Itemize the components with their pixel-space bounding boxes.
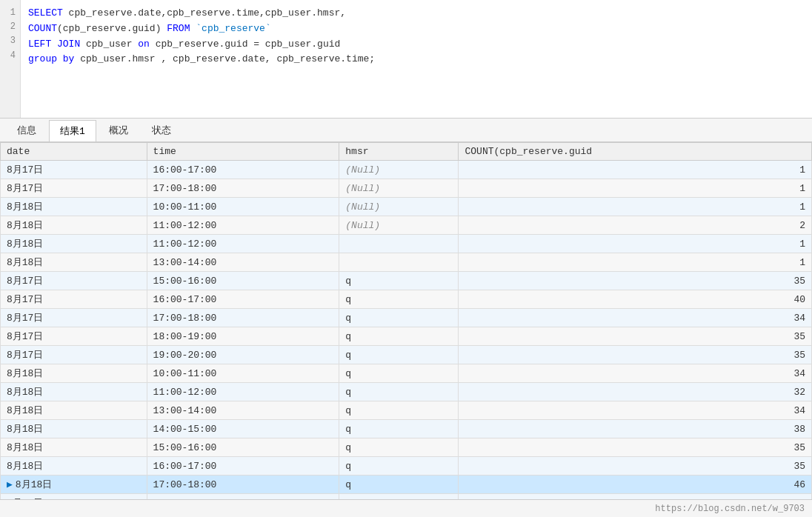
sql-code-area[interactable]: SELECT cpb_reserve.date,cpb_reserve.time… (21, 0, 812, 118)
cell-time: 13:00-14:00 (147, 401, 339, 420)
table-row[interactable]: 8月17日19:00-20:00q35 (1, 346, 812, 364)
cell-date: 8月18日 (1, 494, 147, 500)
cell-date: 8月17日 (1, 161, 147, 179)
cell-time: 13:00-14:00 (147, 253, 339, 272)
cell-count: 35 (459, 272, 812, 290)
cell-date: 8月17日 (1, 346, 147, 364)
tabs-bar: 信息 结果1 概况 状态 (0, 119, 812, 142)
statusbar: https://blog.csdn.net/w_9703 (0, 499, 812, 517)
table-row[interactable]: 8月18日17:00-18:00q46 (1, 476, 812, 494)
cell-count: 34 (459, 309, 812, 327)
cell-count: 32 (459, 383, 812, 401)
cell-date: 8月17日 (1, 290, 147, 309)
cell-count: 34 (459, 364, 812, 383)
cell-date: 8月17日 (1, 179, 147, 198)
table-row[interactable]: 8月17日16:00-17:00q40 (1, 290, 812, 309)
cell-date: 8月17日 (1, 327, 147, 346)
cell-hmsr: q (339, 401, 459, 420)
cell-hmsr: q (339, 309, 459, 327)
cell-count: 35 (459, 346, 812, 364)
cell-time: 16:00-17:00 (147, 161, 339, 179)
cell-hmsr (339, 235, 459, 253)
col-header-hmsr: hmsr (339, 143, 459, 161)
table-row[interactable]: 8月18日11:00-12:001 (1, 235, 812, 253)
cell-date: 8月18日 (1, 216, 147, 235)
cell-hmsr: q (339, 364, 459, 383)
table-row[interactable]: 8月18日11:00-12:00(Null)2 (1, 216, 812, 235)
tab-overview[interactable]: 概况 (98, 119, 139, 141)
tab-result1[interactable]: 结果1 (49, 120, 96, 141)
cell-time: 15:00-16:00 (147, 272, 339, 290)
table-row[interactable]: 8月18日10:00-11:00(Null)1 (1, 198, 812, 216)
cell-time: 17:00-18:00 (147, 476, 339, 494)
table-header-row: date time hmsr COUNT(cpb_reserve.guid (1, 143, 812, 161)
cell-count: 34 (459, 401, 812, 420)
cell-time: 10:00-11:00 (147, 364, 339, 383)
cell-hmsr: q (339, 420, 459, 438)
status-url: https://blog.csdn.net/w_9703 (655, 504, 805, 514)
cell-time: 17:00-18:00 (147, 179, 339, 198)
cell-date: 8月18日 (1, 401, 147, 420)
cell-time: 11:00-12:00 (147, 216, 339, 235)
cell-date: 8月18日 (1, 457, 147, 476)
cell-count: 35 (459, 457, 812, 476)
cell-date: 8月18日 (1, 235, 147, 253)
cell-time: 10:00-11:00 (147, 198, 339, 216)
cell-hmsr: q (339, 438, 459, 457)
table-row[interactable]: 8月17日18:00-19:00q35 (1, 327, 812, 346)
sql-editor: 1 2 3 4 SELECT cpb_reserve.date,cpb_rese… (0, 0, 812, 119)
cell-hmsr: q (339, 346, 459, 364)
table-row[interactable]: 8月18日13:00-14:00q34 (1, 401, 812, 420)
results-area[interactable]: date time hmsr COUNT(cpb_reserve.guid 8月… (0, 142, 812, 499)
tab-status[interactable]: 状态 (141, 119, 182, 141)
cell-hmsr: (Null) (339, 216, 459, 235)
table-row[interactable]: 8月18日15:00-16:00q35 (1, 438, 812, 457)
cell-date: 8月18日 (1, 364, 147, 383)
cell-hmsr: q (339, 476, 459, 494)
cell-time: 17:00-18:00 (147, 309, 339, 327)
tab-info[interactable]: 信息 (6, 119, 47, 141)
cell-hmsr: q (339, 327, 459, 346)
cell-hmsr: q (339, 290, 459, 309)
cell-hmsr: (Null) (339, 161, 459, 179)
table-row[interactable]: 8月18日14:00-15:00q38 (1, 420, 812, 438)
cell-count: 40 (459, 290, 812, 309)
cell-time: 11:00-12:00 (147, 235, 339, 253)
cell-count: 1 (459, 235, 812, 253)
table-row[interactable]: 8月18日10:00-11:00q34 (1, 364, 812, 383)
cell-date: 8月18日 (1, 198, 147, 216)
cell-hmsr: (Null) (339, 198, 459, 216)
table-row[interactable]: 8月17日16:00-17:00(Null)1 (1, 161, 812, 179)
table-row[interactable]: 8月17日17:00-18:00q34 (1, 309, 812, 327)
table-row[interactable]: 8月17日17:00-18:00(Null)1 (1, 179, 812, 198)
cell-time: 18:00-19:00 (147, 494, 339, 500)
cell-count: 35 (459, 327, 812, 346)
cell-count: 1 (459, 198, 812, 216)
cell-hmsr (339, 253, 459, 272)
cell-count: 2 (459, 216, 812, 235)
col-header-date: date (1, 143, 147, 161)
cell-count: 35 (459, 494, 812, 500)
table-row[interactable]: 8月18日18:00-19:00q35 (1, 494, 812, 500)
cell-time: 14:00-15:00 (147, 420, 339, 438)
results-table: date time hmsr COUNT(cpb_reserve.guid 8月… (0, 142, 812, 499)
cell-count: 1 (459, 179, 812, 198)
cell-hmsr: (Null) (339, 179, 459, 198)
cell-count: 46 (459, 476, 812, 494)
table-row[interactable]: 8月18日13:00-14:001 (1, 253, 812, 272)
cell-count: 38 (459, 420, 812, 438)
cell-time: 11:00-12:00 (147, 383, 339, 401)
table-row[interactable]: 8月18日11:00-12:00q32 (1, 383, 812, 401)
col-header-count: COUNT(cpb_reserve.guid (459, 143, 812, 161)
cell-date: 8月18日 (1, 476, 147, 494)
line-numbers: 1 2 3 4 (0, 0, 21, 118)
cell-hmsr: q (339, 494, 459, 500)
cell-date: 8月18日 (1, 438, 147, 457)
cell-count: 1 (459, 161, 812, 179)
cell-date: 8月18日 (1, 383, 147, 401)
col-header-time: time (147, 143, 339, 161)
cell-count: 35 (459, 438, 812, 457)
cell-time: 19:00-20:00 (147, 346, 339, 364)
table-row[interactable]: 8月18日16:00-17:00q35 (1, 457, 812, 476)
table-row[interactable]: 8月17日15:00-16:00q35 (1, 272, 812, 290)
